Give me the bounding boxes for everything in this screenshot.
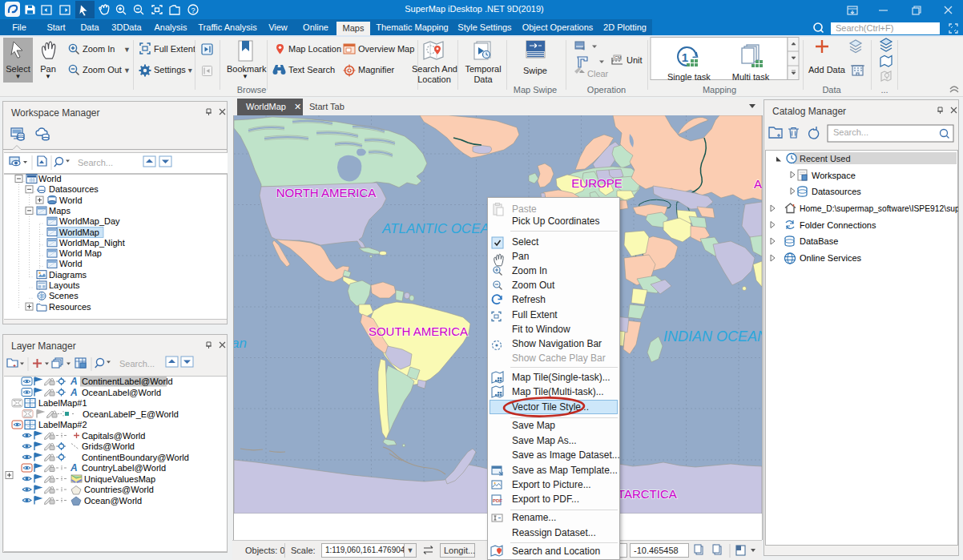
svg-text:OceanLabelP_E@World: OceanLabelP_E@World — [83, 409, 179, 419]
svg-text:CM: CM — [614, 55, 622, 60]
svg-text:Scenes: Scenes — [49, 291, 79, 300]
svg-text:Home_D:\supermap_software\ISPE: Home_D:\supermap_software\ISPE912\supe..… — [800, 204, 958, 213]
svg-text:World Map: World Map — [59, 248, 102, 258]
svg-text:Countries@World: Countries@World — [84, 485, 154, 494]
svg-text:1: 1 — [682, 50, 688, 64]
svg-text:ContinentBoundary@World: ContinentBoundary@World — [82, 453, 189, 462]
svg-text:SOUTH AMERICA: SOUTH AMERICA — [369, 324, 468, 338]
svg-text:Folder Connections: Folder Connections — [800, 220, 876, 230]
svg-text:NORTH AMERICA: NORTH AMERICA — [276, 186, 377, 199]
svg-text:LabelMap#2: LabelMap#2 — [38, 420, 87, 429]
svg-text:A: A — [70, 376, 78, 387]
svg-text:Datasources: Datasources — [49, 184, 99, 194]
svg-text:LabelMap#1: LabelMap#1 — [38, 398, 87, 408]
svg-text:A: A — [70, 387, 78, 398]
svg-text:INDIAN OCEAN: INDIAN OCEAN — [663, 328, 762, 344]
svg-text:Datasources: Datasources — [812, 187, 861, 196]
svg-text:Layouts: Layouts — [49, 280, 80, 290]
svg-text:CountryLabel@World: CountryLabel@World — [82, 463, 166, 473]
svg-text:PDF: PDF — [493, 498, 502, 503]
svg-text:Resources: Resources — [49, 302, 91, 312]
svg-text:EUROPE: EUROPE — [571, 176, 622, 190]
svg-text:UniqueValuesMap: UniqueValuesMap — [84, 474, 155, 484]
svg-text:ContinentLabel@World: ContinentLabel@World — [82, 377, 173, 386]
svg-text:Search(Ctrl+F): Search(Ctrl+F) — [836, 23, 893, 33]
svg-text:World: World — [59, 195, 83, 205]
svg-text:an: an — [234, 336, 247, 351]
svg-text:WorldMap_Night: WorldMap_Night — [59, 238, 125, 248]
svg-text:Capitals@World: Capitals@World — [82, 431, 145, 441]
svg-text:ATLANTIC OCEAN: ATLANTIC OCEAN — [381, 221, 500, 236]
svg-text:OceanLabel@World: OceanLabel@World — [82, 388, 161, 397]
svg-text:Diagrams: Diagrams — [49, 270, 87, 280]
svg-text:A: A — [70, 462, 78, 473]
svg-text:A: A — [754, 177, 762, 191]
svg-text:World: World — [38, 174, 62, 183]
svg-text:World: World — [59, 259, 83, 268]
svg-text:Ocean@World: Ocean@World — [84, 496, 142, 506]
svg-text:Online Services: Online Services — [800, 253, 862, 263]
svg-text:4: 4 — [582, 46, 585, 51]
svg-text:Maps: Maps — [49, 206, 71, 216]
svg-text:Grids@World: Grids@World — [82, 441, 135, 451]
svg-text:Recent Used: Recent Used — [800, 154, 851, 163]
svg-text:WorldMap_Day: WorldMap_Day — [59, 216, 120, 226]
svg-text:DataBase: DataBase — [800, 236, 838, 246]
svg-text:Workspace: Workspace — [812, 171, 856, 180]
svg-text:WorldMap: WorldMap — [59, 228, 99, 237]
svg-text:?: ? — [191, 6, 195, 14]
